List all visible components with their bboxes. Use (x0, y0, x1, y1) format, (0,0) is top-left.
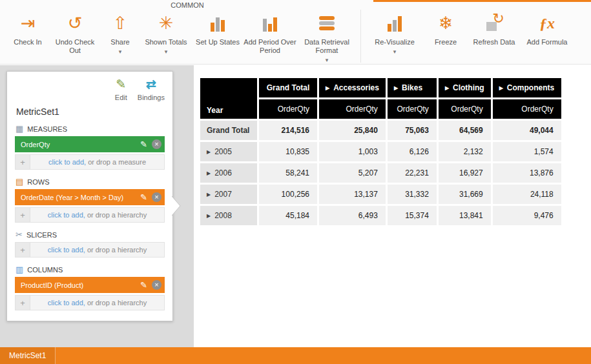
section-label: COLUMNS (27, 266, 63, 274)
panel-title: MetricSet1 (16, 106, 165, 117)
column-header-grand-total: Grand Total (259, 78, 317, 97)
panel-callout-pointer (172, 196, 181, 216)
remove-icon[interactable]: × (152, 139, 161, 149)
add-slicer-hierarchy-row[interactable]: + click to add, or drop a hierarchy (15, 242, 165, 258)
expand-arrow-icon[interactable]: ▶ (207, 192, 211, 197)
button-label: Freeze (435, 38, 457, 46)
rows-chip-orderdate[interactable]: OrderDate (Year > Month > Day) ✎ × (15, 189, 165, 205)
column-header-bikes[interactable]: ▶Bikes (388, 78, 437, 97)
pivot-value-cell: 6,126 (388, 142, 437, 161)
share-button[interactable]: ⇧ Share ▾ (101, 8, 140, 55)
rows-icon: ▤ (16, 177, 23, 186)
expand-arrow-icon[interactable]: ▶ (445, 85, 449, 91)
row-header-2005[interactable]: ▶2005 (200, 142, 257, 161)
ribbon-toolbar: COMMON ⇥ Check In ↺ Undo Check Out ⇧ Sha… (0, 0, 591, 65)
check-in-button[interactable]: ⇥ Check In (6, 8, 49, 55)
edit-pencil-icon[interactable]: ✎ (140, 280, 147, 290)
expand-arrow-icon[interactable]: ▶ (207, 213, 211, 219)
measure-header: OrderQty (388, 99, 437, 119)
add-measure-row[interactable]: + click to add, or drop a measure (15, 154, 165, 170)
dropdown-arrow-icon[interactable]: ▾ (165, 48, 168, 55)
re-visualize-icon (388, 10, 402, 37)
edit-pencil-icon[interactable]: ✎ (140, 192, 147, 202)
column-header-components[interactable]: ▶Components (493, 78, 561, 97)
shown-totals-button[interactable]: ✳ Shown Totals ▾ (140, 8, 192, 55)
set-up-states-button[interactable]: Set Up States (192, 8, 243, 55)
check-in-icon: ⇥ (21, 10, 36, 37)
chip-label: OrderDate (Year > Month > Day) (21, 194, 136, 201)
pivot-value-cell: 5,207 (319, 163, 386, 183)
remove-icon[interactable]: × (152, 280, 161, 290)
expand-arrow-icon[interactable]: ▶ (207, 170, 211, 176)
edit-button[interactable]: ✎ Edit (115, 78, 127, 101)
data-retrieval-format-button[interactable]: Data Retrieval Format ▾ (297, 8, 357, 63)
button-label: Shown Totals (145, 38, 187, 46)
pivot-value-cell: 75,063 (388, 121, 437, 140)
pivot-value-cell: 13,876 (493, 163, 561, 183)
bindings-button[interactable]: ⇄ Bindings (138, 78, 165, 101)
dropdown-arrow-icon[interactable]: ▾ (119, 48, 122, 55)
toolbar-divider (360, 10, 361, 63)
app-window: COMMON ⇥ Check In ↺ Undo Check Out ⇧ Sha… (0, 0, 591, 364)
pivot-row-2007: ▶2007 100,256 13,137 31,332 31,669 24,11… (200, 185, 561, 204)
section-slicers: ✂ SLICERS (16, 230, 165, 239)
data-retrieval-format-icon (319, 10, 335, 37)
refresh-data-icon: ↻ (485, 10, 503, 37)
pivot-value-cell: 25,840 (319, 121, 386, 140)
pivot-row-grand-total: Grand Total 214,516 25,840 75,063 64,569… (200, 121, 561, 140)
add-formula-button[interactable]: ƒx Add Formula (521, 8, 573, 55)
button-label: Add Formula (527, 38, 568, 46)
pivot-value-cell: 16,927 (439, 163, 491, 183)
expand-arrow-icon[interactable]: ▶ (207, 149, 211, 155)
bindings-icon: ⇄ (146, 78, 156, 92)
plus-icon: + (16, 296, 30, 310)
click-to-add-link[interactable]: click to add, (48, 299, 85, 307)
row-header-2008[interactable]: ▶2008 (200, 206, 257, 225)
expand-arrow-icon[interactable]: ▶ (326, 85, 329, 91)
add-formula-icon: ƒx (539, 10, 555, 37)
add-columns-hierarchy-row[interactable]: + click to add, or drop a hierarchy (15, 295, 165, 310)
undo-check-out-button[interactable]: ↺ Undo Check Out (49, 8, 101, 63)
refresh-data-button[interactable]: ↻ Refresh Data (467, 8, 521, 55)
row-header-2006[interactable]: ▶2006 (200, 163, 257, 183)
click-to-add-link[interactable]: click to add, (48, 211, 85, 219)
pivot-value-cell: 22,231 (388, 163, 437, 183)
click-to-add-link[interactable]: click to add, (48, 158, 86, 166)
column-header-accessories[interactable]: ▶Accessories (319, 78, 386, 97)
section-label: ROWS (27, 178, 49, 186)
re-visualize-button[interactable]: Re-Visualize ▾ (365, 8, 424, 55)
pivot-value-cell: 1,574 (493, 142, 561, 161)
measure-header: OrderQty (259, 99, 317, 119)
expand-arrow-icon[interactable]: ▶ (499, 85, 503, 91)
row-header-2007[interactable]: ▶2007 (200, 185, 257, 204)
measure-chip-orderqty[interactable]: OrderQty ✎ × (15, 136, 165, 152)
chip-label: ProductID (Product) (21, 281, 136, 289)
pivot-value-cell: 1,003 (319, 142, 386, 161)
dropdown-arrow-icon[interactable]: ▾ (326, 57, 329, 63)
pivot-value-cell: 13,841 (439, 206, 491, 225)
columns-chip-productid[interactable]: ProductID (Product) ✎ × (15, 277, 165, 293)
section-rows: ▤ ROWS (16, 177, 165, 186)
add-period-over-period-button[interactable]: Add Period Over Period (243, 8, 297, 63)
click-to-add-link[interactable]: click to add, (48, 246, 85, 254)
freeze-icon: ❄ (439, 10, 453, 37)
add-rows-hierarchy-row[interactable]: + click to add, or drop a hierarchy (15, 207, 165, 223)
expand-arrow-icon[interactable]: ▶ (394, 85, 398, 91)
columns-icon: ▥ (16, 265, 23, 274)
plus-icon: + (16, 243, 30, 257)
tab-metricset1[interactable]: MetricSet1 (0, 347, 56, 364)
chip-label: OrderQty (21, 141, 136, 148)
button-label: Refresh Data (473, 38, 515, 46)
freeze-button[interactable]: ❄ Freeze (424, 8, 467, 55)
pivot-value-cell: 64,569 (439, 121, 491, 140)
remove-icon[interactable]: × (152, 192, 161, 202)
pivot-value-cell: 13,137 (319, 185, 386, 204)
button-label: Add Period Over Period (243, 38, 297, 55)
button-label: Undo Check Out (49, 38, 101, 55)
slicers-icon: ✂ (16, 230, 23, 239)
edit-pencil-icon[interactable]: ✎ (140, 139, 147, 149)
undo-check-out-icon: ↺ (68, 10, 83, 37)
dropdown-arrow-icon[interactable]: ▾ (393, 48, 397, 55)
drop-hint-text: or drop a hierarchy (85, 246, 147, 254)
column-header-clothing[interactable]: ▶Clothing (439, 78, 491, 97)
